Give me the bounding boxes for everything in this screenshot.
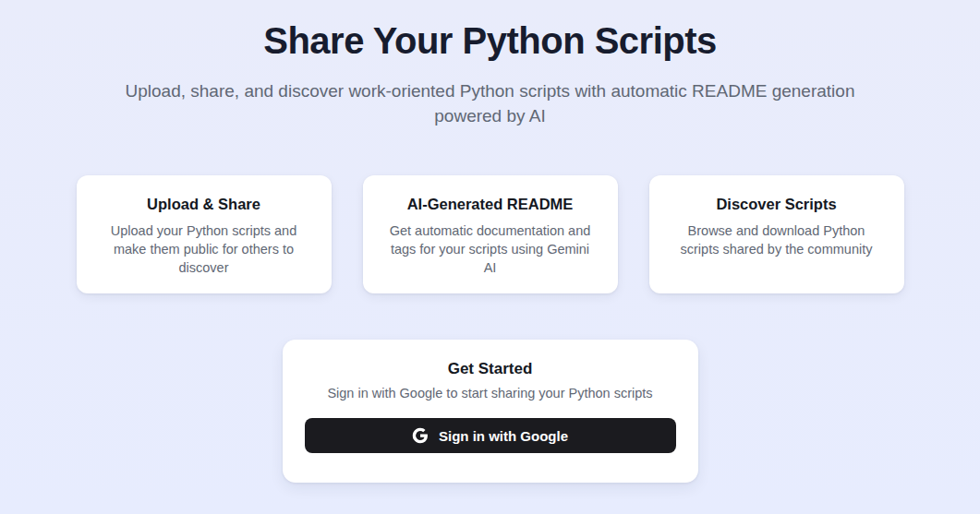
feature-card-upload-share: Upload & Share Upload your Python script… xyxy=(77,175,332,293)
feature-card-description: Browse and download Python scripts share… xyxy=(671,221,882,258)
feature-cards-row: Upload & Share Upload your Python script… xyxy=(0,175,980,293)
page-subtitle: Upload, share, and discover work-oriente… xyxy=(93,78,888,128)
feature-card-title: AI-Generated README xyxy=(385,196,596,213)
get-started-card: Get Started Sign in with Google to start… xyxy=(283,340,698,483)
page-title: Share Your Python Scripts xyxy=(0,18,980,63)
hero-section: Share Your Python Scripts Upload, share,… xyxy=(0,0,980,128)
feature-card-title: Upload & Share xyxy=(99,196,309,213)
feature-card-description: Upload your Python scripts and make them… xyxy=(99,221,309,277)
sign-in-button-label: Sign in with Google xyxy=(439,428,568,444)
feature-card-title: Discover Scripts xyxy=(671,196,882,213)
feature-card-discover-scripts: Discover Scripts Browse and download Pyt… xyxy=(649,175,904,293)
google-g-icon xyxy=(412,427,429,444)
get-started-subtitle: Sign in with Google to start sharing you… xyxy=(305,386,676,400)
feature-card-ai-readme: AI-Generated README Get automatic docume… xyxy=(363,175,618,293)
get-started-title: Get Started xyxy=(305,360,676,378)
sign-in-with-google-button[interactable]: Sign in with Google xyxy=(305,418,676,453)
feature-card-description: Get automatic documentation and tags for… xyxy=(385,221,596,277)
